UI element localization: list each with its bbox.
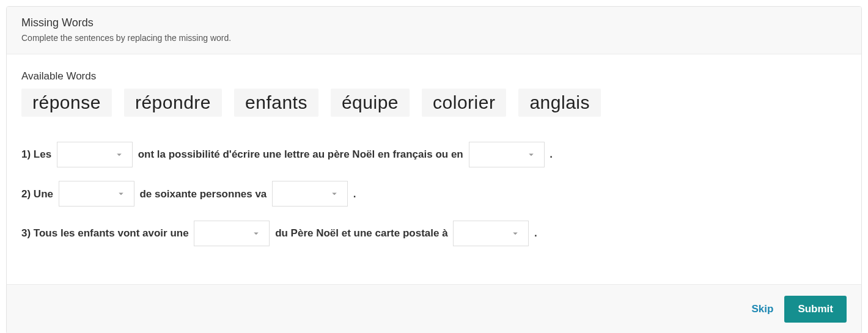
sentence-text: de soixante personnes va bbox=[139, 188, 267, 199]
panel-body: Available Words réponse répondre enfants… bbox=[7, 54, 861, 284]
chevron-down-icon bbox=[510, 228, 521, 239]
word-dropdown[interactable] bbox=[272, 181, 348, 207]
panel-footer: Skip Submit bbox=[7, 284, 861, 333]
chevron-down-icon bbox=[116, 188, 127, 199]
chevron-down-icon bbox=[114, 149, 125, 160]
sentence-text: Tous les enfants vont avoir une bbox=[34, 227, 189, 239]
sentence-text: Les bbox=[34, 148, 51, 160]
word-dropdown[interactable] bbox=[59, 181, 134, 207]
available-words-row: réponse répondre enfants équipe colorier… bbox=[21, 89, 847, 117]
word-chip[interactable]: colorier bbox=[422, 89, 506, 117]
word-chip[interactable]: réponse bbox=[21, 89, 112, 117]
sentence-text: du Père Noël et une carte postale à bbox=[275, 227, 447, 239]
word-chip[interactable]: anglais bbox=[518, 89, 601, 117]
sentence-num: 3) bbox=[21, 227, 31, 239]
sentence-text: Une bbox=[34, 188, 53, 199]
sentence-num: 1) bbox=[21, 148, 31, 160]
word-chip[interactable]: équipe bbox=[331, 89, 410, 117]
word-dropdown[interactable] bbox=[469, 142, 545, 167]
sentence-3: 3) Tous les enfants vont avoir une du Pè… bbox=[21, 220, 847, 246]
chevron-down-icon bbox=[251, 228, 262, 239]
skip-button[interactable]: Skip bbox=[751, 303, 773, 315]
word-chip[interactable]: répondre bbox=[124, 89, 222, 117]
sentence-2: 2) Une de soixante personnes va . bbox=[21, 181, 847, 207]
exercise-title: Missing Words bbox=[21, 16, 847, 29]
sentence-num: 2) bbox=[21, 188, 31, 199]
exercise-panel: Missing Words Complete the sentences by … bbox=[6, 6, 862, 333]
word-dropdown[interactable] bbox=[453, 221, 529, 246]
sentence-text: . bbox=[550, 148, 553, 160]
chevron-down-icon bbox=[329, 188, 340, 199]
sentence-text: . bbox=[353, 188, 356, 199]
panel-header: Missing Words Complete the sentences by … bbox=[7, 7, 861, 54]
chevron-down-icon bbox=[526, 149, 537, 160]
word-dropdown[interactable] bbox=[57, 142, 133, 167]
exercise-instructions: Complete the sentences by replacing the … bbox=[21, 33, 847, 43]
available-words-label: Available Words bbox=[21, 70, 847, 82]
sentence-1: 1) Les ont la possibilité d'écrire une l… bbox=[21, 141, 847, 167]
word-dropdown[interactable] bbox=[194, 221, 270, 246]
word-chip[interactable]: enfants bbox=[234, 89, 318, 117]
sentence-text: ont la possibilité d'écrire une lettre a… bbox=[138, 148, 463, 160]
sentence-text: . bbox=[534, 227, 537, 239]
submit-button[interactable]: Submit bbox=[784, 296, 847, 323]
